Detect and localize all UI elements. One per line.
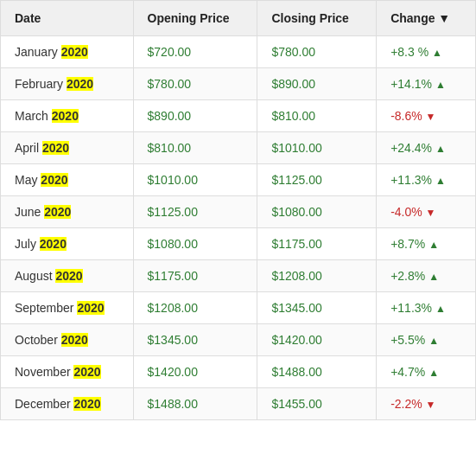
cell-change: -4.0% ▼ xyxy=(377,196,476,228)
table-row: December 2020$1488.00$1455.00-2.2% ▼ xyxy=(1,388,476,420)
header-opening-price: Opening Price xyxy=(133,1,257,36)
year-highlight: 2020 xyxy=(40,237,67,251)
table-row: February 2020$780.00$890.00+14.1% ▲ xyxy=(1,68,476,100)
month-label: January xyxy=(15,45,61,59)
cell-date: October 2020 xyxy=(1,324,134,356)
down-arrow-icon: ▼ xyxy=(426,399,436,411)
year-highlight: 2020 xyxy=(42,141,69,155)
table-row: March 2020$890.00$810.00-8.6% ▼ xyxy=(1,100,476,132)
table-row: September 2020$1208.00$1345.00+11.3% ▲ xyxy=(1,292,476,324)
cell-change: +2.8% ▲ xyxy=(377,260,476,292)
table-row: October 2020$1345.00$1420.00+5.5% ▲ xyxy=(1,324,476,356)
cell-change: +4.7% ▲ xyxy=(377,356,476,388)
price-table: Date Opening Price Closing Price Change … xyxy=(0,0,476,420)
cell-date: March 2020 xyxy=(1,100,134,132)
change-value: -4.0% xyxy=(390,205,425,219)
cell-opening-price: $1420.00 xyxy=(133,356,257,388)
up-arrow-icon: ▲ xyxy=(432,47,442,59)
table-row: May 2020$1010.00$1125.00+11.3% ▲ xyxy=(1,164,476,196)
cell-closing-price: $1488.00 xyxy=(257,356,377,388)
year-highlight: 2020 xyxy=(61,333,88,347)
cell-opening-price: $810.00 xyxy=(133,132,257,164)
cell-closing-price: $890.00 xyxy=(257,68,377,100)
change-value: -8.6% xyxy=(390,109,425,123)
month-label: April xyxy=(15,141,42,155)
month-label: October xyxy=(15,333,61,347)
up-arrow-icon: ▲ xyxy=(435,143,446,155)
table-row: August 2020$1175.00$1208.00+2.8% ▲ xyxy=(1,260,476,292)
cell-date: June 2020 xyxy=(1,196,134,228)
cell-change: +5.5% ▲ xyxy=(377,324,476,356)
cell-change: +8.3 % ▲ xyxy=(377,36,476,68)
month-label: May xyxy=(15,173,41,187)
header-date: Date xyxy=(1,1,134,36)
cell-date: November 2020 xyxy=(1,356,134,388)
cell-change: -2.2% ▼ xyxy=(377,388,476,420)
cell-date: April 2020 xyxy=(1,132,134,164)
table-row: November 2020$1420.00$1488.00+4.7% ▲ xyxy=(1,356,476,388)
month-label: June xyxy=(15,205,44,219)
year-highlight: 2020 xyxy=(61,45,88,59)
up-arrow-icon: ▲ xyxy=(428,271,439,283)
month-label: March xyxy=(15,109,52,123)
cell-change: +24.4% ▲ xyxy=(377,132,476,164)
up-arrow-icon: ▲ xyxy=(428,335,439,347)
change-value: -2.2% xyxy=(390,397,425,411)
month-label: November xyxy=(15,365,73,379)
month-label: July xyxy=(15,237,40,251)
table-row: June 2020$1125.00$1080.00-4.0% ▼ xyxy=(1,196,476,228)
change-value: +8.7% xyxy=(390,237,428,251)
year-highlight: 2020 xyxy=(77,301,104,315)
cell-change: -8.6% ▼ xyxy=(377,100,476,132)
cell-opening-price: $780.00 xyxy=(133,68,257,100)
header-closing-price: Closing Price xyxy=(257,1,377,36)
cell-change: +11.3% ▲ xyxy=(377,164,476,196)
cell-date: May 2020 xyxy=(1,164,134,196)
cell-change: +14.1% ▲ xyxy=(377,68,476,100)
up-arrow-icon: ▲ xyxy=(435,303,446,315)
cell-date: July 2020 xyxy=(1,228,134,260)
cell-closing-price: $1208.00 xyxy=(257,260,377,292)
down-arrow-icon: ▼ xyxy=(426,111,436,123)
change-value: +14.1% xyxy=(390,77,435,91)
down-arrow-icon: ▼ xyxy=(426,207,436,219)
change-value: +11.3% xyxy=(390,301,435,315)
cell-closing-price: $1345.00 xyxy=(257,292,377,324)
year-highlight: 2020 xyxy=(73,365,100,379)
month-label: December xyxy=(15,397,73,411)
cell-opening-price: $1080.00 xyxy=(133,228,257,260)
year-highlight: 2020 xyxy=(73,397,100,411)
cell-opening-price: $890.00 xyxy=(133,100,257,132)
month-label: August xyxy=(15,269,55,283)
cell-date: September 2020 xyxy=(1,292,134,324)
cell-opening-price: $1125.00 xyxy=(133,196,257,228)
cell-opening-price: $1010.00 xyxy=(133,164,257,196)
cell-date: August 2020 xyxy=(1,260,134,292)
cell-opening-price: $1488.00 xyxy=(133,388,257,420)
change-value: +24.4% xyxy=(390,141,435,155)
up-arrow-icon: ▲ xyxy=(428,239,439,251)
table-header-row: Date Opening Price Closing Price Change … xyxy=(1,1,476,36)
month-label: September xyxy=(15,301,77,315)
year-highlight: 2020 xyxy=(52,109,79,123)
table-row: April 2020$810.00$1010.00+24.4% ▲ xyxy=(1,132,476,164)
month-label: February xyxy=(15,77,67,91)
change-value: +11.3% xyxy=(390,173,435,187)
up-arrow-icon: ▲ xyxy=(428,367,439,379)
cell-date: February 2020 xyxy=(1,68,134,100)
year-highlight: 2020 xyxy=(55,269,82,283)
year-highlight: 2020 xyxy=(41,173,67,187)
cell-opening-price: $1175.00 xyxy=(133,260,257,292)
change-value: +2.8% xyxy=(390,269,428,283)
header-change: Change ▼ xyxy=(377,1,476,36)
change-value: +8.3 % xyxy=(390,45,432,59)
cell-change: +8.7% ▲ xyxy=(377,228,476,260)
cell-closing-price: $780.00 xyxy=(257,36,377,68)
cell-opening-price: $720.00 xyxy=(133,36,257,68)
cell-closing-price: $1125.00 xyxy=(257,164,377,196)
change-value: +5.5% xyxy=(390,333,428,347)
up-arrow-icon: ▲ xyxy=(435,175,446,187)
cell-opening-price: $1208.00 xyxy=(133,292,257,324)
cell-date: January 2020 xyxy=(1,36,134,68)
table-row: July 2020$1080.00$1175.00+8.7% ▲ xyxy=(1,228,476,260)
